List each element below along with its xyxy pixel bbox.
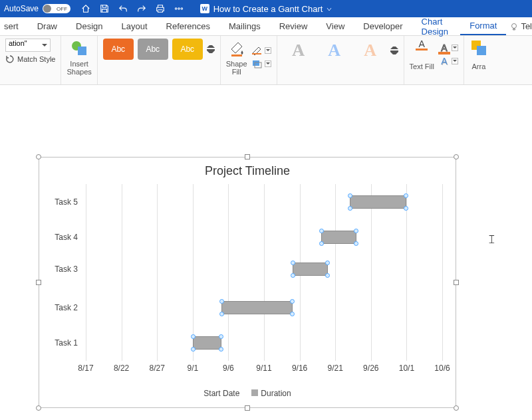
swatch-label: Abc <box>146 45 160 54</box>
text-fill-button[interactable]: A Text Fill <box>410 39 434 70</box>
titlebar: AutoSave OFF W How to Create a Gantt Cha… <box>0 0 532 17</box>
chart-legend[interactable]: Start Date Duration <box>39 389 456 398</box>
insert-shapes-button[interactable]: Insert Shapes <box>66 39 91 76</box>
text-effects-button[interactable]: A <box>438 56 458 66</box>
home-icon[interactable] <box>81 4 90 13</box>
x-tick-label: 8/17 <box>78 364 93 373</box>
tab-references[interactable]: References <box>157 17 219 35</box>
resize-handle[interactable] <box>245 405 250 411</box>
resize-handle[interactable] <box>454 280 459 285</box>
tab-layout[interactable]: Layout <box>112 17 156 35</box>
document-area[interactable]: 𝙸 Project Timeline Task 5 Task 4 Task 3 … <box>0 85 532 420</box>
match-style-button[interactable]: Match Style <box>5 54 55 64</box>
bar-task-3[interactable] <box>293 262 329 276</box>
redo-icon[interactable] <box>137 4 146 13</box>
bar-task-2[interactable] <box>221 301 293 314</box>
y-tick-label: Task 5 <box>55 197 78 207</box>
tab-review[interactable]: Review <box>270 17 317 35</box>
tab-label: References <box>166 21 210 31</box>
shape-outline-button[interactable] <box>251 46 271 55</box>
dropdown-icon <box>265 60 271 67</box>
group-arrange: Arra <box>464 36 493 84</box>
bar-task-5[interactable] <box>350 195 407 209</box>
tab-label: Format <box>469 21 497 31</box>
gallery-more[interactable] <box>390 41 398 60</box>
print-icon[interactable] <box>156 4 165 13</box>
tab-label: Layout <box>121 21 147 31</box>
swatch-label: Abc <box>180 45 194 54</box>
more-icon[interactable] <box>174 4 184 13</box>
wordart-style-1[interactable]: A <box>283 39 315 62</box>
svg-rect-8 <box>253 60 259 66</box>
resize-handle[interactable] <box>454 405 459 411</box>
x-tick-label: 10/1 <box>399 364 414 373</box>
swatch-label: Abc <box>111 45 125 54</box>
y-axis-labels: Task 5 Task 4 Task 3 Task 2 Task 1 <box>39 184 82 361</box>
chart-element-selector[interactable]: ation" <box>5 39 51 52</box>
resize-handle[interactable] <box>36 405 41 411</box>
tell-me[interactable]: Tel <box>510 17 532 35</box>
tab-chart-design[interactable]: Chart Design <box>412 17 461 35</box>
chart-title[interactable]: Project Timeline <box>39 158 456 178</box>
group-text-fill: A Text Fill A A <box>404 36 464 84</box>
svg-rect-7 <box>252 53 261 54</box>
svg-point-0 <box>175 8 176 9</box>
chevron-down-icon <box>207 51 215 58</box>
arrange-button[interactable]: Arra <box>469 39 488 70</box>
bar-task-1[interactable] <box>193 336 221 350</box>
shape-style-orange[interactable]: Abc <box>103 39 134 60</box>
ribbon: ation" Match Style Insert Shapes Abc Abc… <box>0 36 532 85</box>
y-tick-label: Task 1 <box>55 338 78 348</box>
tab-label: Chart Design <box>422 17 452 37</box>
tab-developer[interactable]: Developer <box>354 17 412 35</box>
tab-view[interactable]: View <box>317 17 354 35</box>
more-bar-icon <box>390 51 398 52</box>
shape-style-gallery: Abc Abc Abc <box>103 39 215 60</box>
bar-task-4[interactable] <box>321 231 357 244</box>
document-name: How to Create a Gantt Chart <box>213 4 323 14</box>
arrange-icon <box>469 39 488 60</box>
document-title: W How to Create a Gantt Chart <box>0 0 532 17</box>
resize-handle[interactable] <box>245 154 250 159</box>
word-icon: W <box>200 4 209 13</box>
legend-swatch-icon <box>251 389 258 396</box>
plot-area[interactable] <box>86 184 442 361</box>
autosave-toggle[interactable]: OFF <box>43 4 70 13</box>
tab-format[interactable]: Format <box>460 17 506 35</box>
shape-effects-button[interactable] <box>251 59 271 68</box>
combo-value: ation" <box>9 39 27 47</box>
tab-insert[interactable]: sert <box>0 17 28 35</box>
chevron-up-icon <box>390 41 398 49</box>
wordart-style-2[interactable]: A <box>319 39 350 62</box>
resize-handle[interactable] <box>36 154 41 159</box>
chevron-up-icon <box>207 40 215 48</box>
tab-label: Draw <box>37 21 57 31</box>
gallery-more[interactable] <box>207 40 215 58</box>
svg-rect-11 <box>477 46 486 55</box>
effects-icon <box>251 59 263 68</box>
autosave-state: OFF <box>57 6 67 12</box>
shape-style-gray[interactable]: Abc <box>138 39 168 60</box>
resize-handle[interactable] <box>454 154 459 159</box>
save-icon[interactable] <box>100 4 109 13</box>
text-outline-button[interactable]: A <box>438 43 458 53</box>
autosave-label: AutoSave <box>4 4 39 13</box>
undo-icon[interactable] <box>118 4 128 13</box>
shape-style-yellow[interactable]: Abc <box>172 39 203 60</box>
gantt-chart[interactable]: Project Timeline Task 5 Task 4 Task 3 Ta… <box>39 157 456 408</box>
tell-me-label: Tel <box>521 21 532 31</box>
legend-item-start-date: Start Date <box>203 389 239 398</box>
tab-design[interactable]: Design <box>66 17 112 35</box>
legend-item-duration: Duration <box>261 389 291 398</box>
tab-mailings[interactable]: Mailings <box>219 17 270 35</box>
y-tick-label: Task 3 <box>55 264 78 274</box>
shape-fill-button[interactable]: Shape Fill <box>226 39 247 76</box>
gridlines <box>86 184 442 361</box>
dropdown-icon <box>452 58 458 64</box>
group-current-selection: ation" Match Style <box>0 36 61 84</box>
chevron-down-icon[interactable] <box>327 4 332 14</box>
x-tick-label: 9/1 <box>187 364 198 373</box>
x-axis-labels: 8/17 8/22 8/27 9/1 9/6 9/11 9/16 9/21 9/… <box>86 364 442 375</box>
wordart-style-3[interactable]: A <box>354 39 386 62</box>
tab-draw[interactable]: Draw <box>28 17 66 35</box>
